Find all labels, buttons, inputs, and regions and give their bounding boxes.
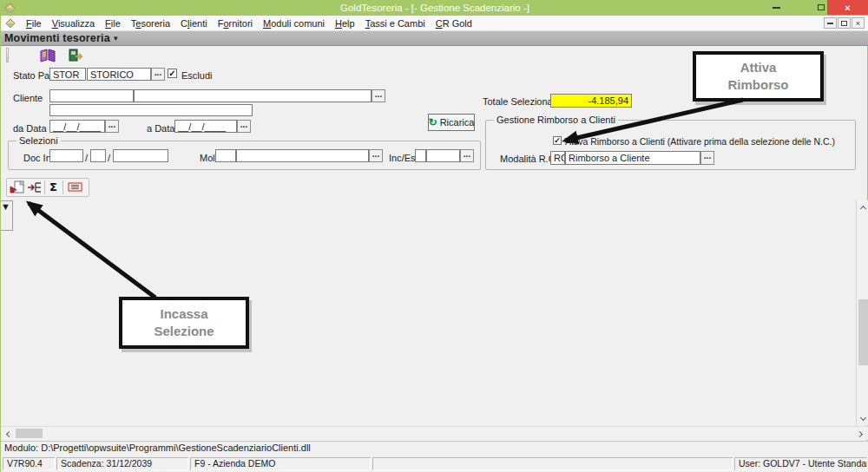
cliente-lookup-button[interactable]: ... <box>372 89 385 102</box>
stato-pag-code-input[interactable]: STOR <box>49 68 86 81</box>
chevron-up-icon <box>860 205 866 211</box>
incassa-selezione-icon[interactable] <box>10 180 25 195</box>
doc-int-slash-2: / <box>108 153 110 163</box>
application-window: GoldTesoreria - [- Gestione Scadenziario… <box>0 0 868 472</box>
callout-line: Incassa <box>122 305 246 323</box>
registratore-cassa-icon[interactable] <box>68 180 82 193</box>
mdi-restore-button[interactable] <box>838 17 851 29</box>
cliente-extra-input[interactable] <box>49 104 253 116</box>
menu-item-clienti[interactable]: Clienti <box>175 16 213 30</box>
module-path: Modulo: D:\Progetti\opwsuite\Programmi\G… <box>4 442 311 453</box>
toolbar-separator <box>44 180 45 194</box>
close-icon: × <box>845 3 850 13</box>
doc-int-slash-1: / <box>85 153 88 163</box>
toolbar-grip <box>6 48 9 62</box>
da-data-picker-button[interactable]: ... <box>105 120 119 133</box>
minimize-icon <box>773 7 780 9</box>
somma-sigma-icon[interactable]: Σ <box>49 180 57 193</box>
menu-item-visualizza[interactable]: Visualizza <box>47 16 100 30</box>
horizontal-scrollbar[interactable] <box>1 426 868 440</box>
mol-label: Mol <box>200 153 215 163</box>
vertical-scrollbar[interactable] <box>856 200 868 425</box>
user-panel: User: GOLDV7 - Utente Standard GOLD <box>734 457 867 470</box>
totale-selezionato-value: -4.185,94 <box>550 94 632 108</box>
da-data-input[interactable]: __/__/____ <box>49 120 105 133</box>
mol-lookup-button[interactable]: ... <box>369 149 383 162</box>
inc-esc-input-1[interactable] <box>415 149 426 162</box>
ricarica-button[interactable]: ↻ Ricarica <box>428 114 475 131</box>
horizontal-scroll-thumb[interactable] <box>16 429 43 438</box>
attiva-rimborso-label: Attiva Rimborso a Clienti (Attivare prim… <box>565 136 835 147</box>
menu-item-tesoreria[interactable]: Tesoreria <box>126 16 175 30</box>
mdi-minimize-icon <box>827 23 833 24</box>
modalita-rc-desc-input[interactable]: Rimborso a Cliente <box>565 151 700 165</box>
vertical-scroll-thumb[interactable] <box>858 299 868 365</box>
mdi-close-icon: × <box>856 19 860 28</box>
menu-item-help[interactable]: Help <box>330 16 360 30</box>
totale-selezionato-label: Totale Selezionato <box>483 96 561 107</box>
attiva-rimborso-callout: Attiva Rimborso <box>693 51 824 102</box>
view-title: Movimenti tesoreria <box>4 32 110 44</box>
menu-item-cr-gold[interactable]: CR Gold <box>431 16 477 30</box>
mdi-minimize-button[interactable] <box>824 17 837 29</box>
a-data-input[interactable]: __/__/____ <box>174 120 237 133</box>
maximize-icon <box>818 4 825 10</box>
minimize-button[interactable] <box>763 0 789 15</box>
stato-pag-desc-input[interactable]: STORICO <box>87 68 151 81</box>
grid-corner-cell[interactable]: ▼ <box>1 200 13 231</box>
module-status-bar: Modulo: D:\Progetti\opwsuite\Programmi\G… <box>1 441 868 456</box>
escludi-checkbox[interactable]: ✓ <box>168 69 177 78</box>
modalita-rc-label: Modalità R.C. <box>500 154 558 164</box>
cliente-code-input[interactable] <box>49 89 134 102</box>
menu-app-icon <box>5 18 16 29</box>
cliente-name-input[interactable] <box>134 89 372 102</box>
menu-item-tassi-e-cambi[interactable]: Tassi e Cambi <box>360 16 431 30</box>
espandi-righe-icon[interactable] <box>27 180 42 195</box>
doc-int-input-2[interactable] <box>90 149 106 162</box>
mdi-close-button[interactable]: × <box>852 17 865 29</box>
mol-code-input[interactable] <box>215 149 236 162</box>
mdi-window-controls: × <box>824 17 865 29</box>
inc-esc-input-2[interactable] <box>426 149 460 162</box>
close-button[interactable]: × <box>827 0 868 15</box>
toolbar-separator-2 <box>62 180 63 194</box>
attiva-rimborso-checkbox[interactable]: ✓ <box>553 136 562 145</box>
menu-item-file[interactable]: File <box>100 16 126 30</box>
mol-desc-input[interactable] <box>236 149 369 162</box>
cliente-label: Cliente <box>13 93 43 103</box>
view-title-caret-icon[interactable]: ▾ <box>114 34 118 43</box>
modalita-rc-code-input[interactable]: RC <box>550 151 565 165</box>
title-bar: GoldTesoreria - [- Gestione Scadenziario… <box>1 0 868 16</box>
scroll-down-button[interactable] <box>857 412 868 425</box>
azienda-panel: F9 - Azienda DEMO <box>190 457 371 470</box>
ricarica-label: Ricarica <box>440 117 475 128</box>
doc-int-input-1[interactable] <box>49 149 83 162</box>
callout-line: Selezione <box>122 323 246 340</box>
scroll-up-button[interactable] <box>857 200 868 213</box>
chevron-right-icon <box>857 430 863 436</box>
empty-panel <box>372 457 733 470</box>
mdi-restore-icon <box>841 21 847 26</box>
menu-item-file[interactable]: File <box>21 16 47 30</box>
da-data-label: da Data <box>13 123 47 134</box>
report-book-icon[interactable] <box>39 48 56 62</box>
modalita-rc-lookup-button[interactable]: ... <box>700 151 714 165</box>
view-title-bar: Movimenti tesoreria ▾ <box>1 31 868 46</box>
menu-items: FileVisualizzaFileTesoreriaClientiFornit… <box>21 16 477 30</box>
chevron-down-icon <box>860 414 866 420</box>
menu-item-moduli-comuni[interactable]: Moduli comuni <box>258 16 330 30</box>
doc-int-input-3[interactable] <box>113 149 168 162</box>
a-data-picker-button[interactable]: ... <box>237 120 251 133</box>
inc-esc-lookup-button[interactable]: ... <box>460 149 474 162</box>
chevron-left-icon <box>6 430 12 436</box>
scroll-right-button[interactable] <box>854 427 868 441</box>
menu-bar: FileVisualizzaFileTesoreriaClientiFornit… <box>1 16 868 31</box>
menu-item-fornitori[interactable]: Fornitori <box>213 16 258 30</box>
stato-pag-lookup-button[interactable]: ... <box>151 68 165 81</box>
bottom-status-bar: V7R90.4 Scadenza: 31/12/2039 F9 - Aziend… <box>1 456 868 472</box>
refresh-icon: ↻ <box>429 116 437 128</box>
exit-door-icon[interactable] <box>68 48 83 62</box>
scroll-left-button[interactable] <box>1 427 15 441</box>
scadenza-panel: Scadenza: 31/12/2039 <box>56 457 188 470</box>
a-data-label: a Data <box>147 123 174 134</box>
